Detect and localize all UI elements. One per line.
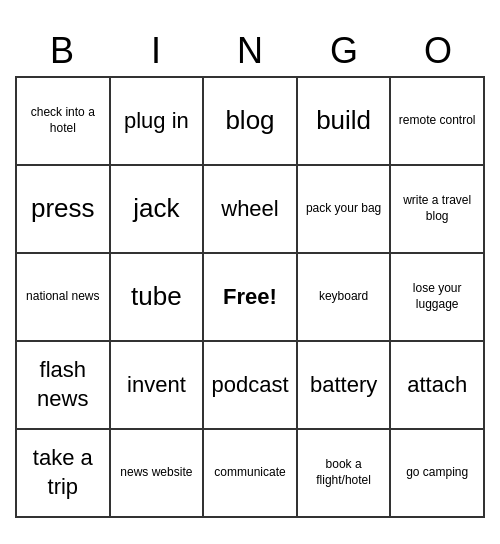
bingo-cell: battery: [298, 342, 392, 430]
bingo-cell: press: [17, 166, 111, 254]
bingo-header: BINGO: [15, 26, 485, 76]
bingo-cell: wheel: [204, 166, 298, 254]
bingo-cell: remote control: [391, 78, 485, 166]
bingo-cell: take a trip: [17, 430, 111, 518]
header-letter: N: [203, 26, 297, 76]
bingo-cell: podcast: [204, 342, 298, 430]
bingo-cell: go camping: [391, 430, 485, 518]
bingo-cell: communicate: [204, 430, 298, 518]
bingo-cell: check into a hotel: [17, 78, 111, 166]
bingo-cell: plug in: [111, 78, 205, 166]
bingo-cell: jack: [111, 166, 205, 254]
bingo-board: BINGO check into a hotelplug inblogbuild…: [15, 26, 485, 518]
bingo-cell: keyboard: [298, 254, 392, 342]
header-letter: G: [297, 26, 391, 76]
bingo-cell: blog: [204, 78, 298, 166]
bingo-grid: check into a hotelplug inblogbuildremote…: [15, 76, 485, 518]
header-letter: I: [109, 26, 203, 76]
bingo-cell: tube: [111, 254, 205, 342]
bingo-cell: write a travel blog: [391, 166, 485, 254]
header-letter: B: [15, 26, 109, 76]
header-letter: O: [391, 26, 485, 76]
bingo-cell: flash news: [17, 342, 111, 430]
bingo-cell: pack your bag: [298, 166, 392, 254]
bingo-cell: lose your luggage: [391, 254, 485, 342]
bingo-cell: news website: [111, 430, 205, 518]
bingo-cell: attach: [391, 342, 485, 430]
bingo-cell: invent: [111, 342, 205, 430]
bingo-cell: national news: [17, 254, 111, 342]
bingo-cell: Free!: [204, 254, 298, 342]
bingo-cell: build: [298, 78, 392, 166]
bingo-cell: book a flight/hotel: [298, 430, 392, 518]
